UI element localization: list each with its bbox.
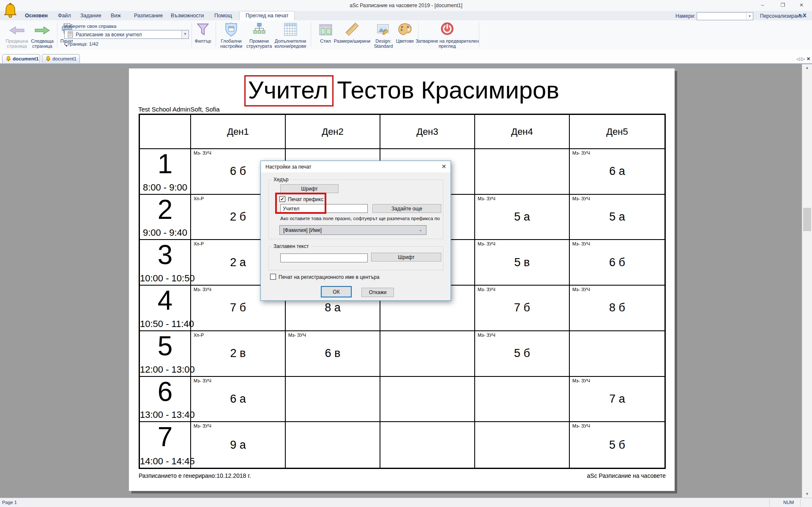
close-button[interactable]: ✕ (797, 1, 806, 9)
ok-button[interactable]: ОК (321, 286, 352, 297)
design-standard-button[interactable]: Design: Standard (372, 38, 395, 49)
minimize-button[interactable]: – (758, 1, 767, 9)
document-tab-label: document1 (13, 56, 38, 61)
title-font-button[interactable]: Шрифт (371, 253, 441, 262)
period-number: 4 (140, 286, 190, 314)
change-structure-button[interactable]: Промени структурата (246, 38, 273, 49)
day-header-1: Ден1 (191, 115, 286, 149)
period-time: 9:00 - 9:40 (140, 227, 190, 238)
lesson-class: 6 а (191, 377, 285, 422)
scroll-down-icon[interactable]: ▼ (802, 491, 812, 498)
report-select-label: Изберете своя справка (64, 24, 117, 29)
personalize-caret-icon[interactable]: ▼ (798, 13, 801, 17)
lesson-class: 2 в (191, 331, 285, 376)
period-time: 13:00 - 13:40 (140, 409, 190, 420)
lesson-cell: Мз- ЗУЧ6 в (286, 331, 380, 377)
tab-close-icon[interactable]: ✕ (807, 56, 810, 62)
lesson-cell: Хп-Р2 в (191, 331, 286, 377)
menu-item-2[interactable]: Файл (58, 13, 71, 19)
maximize-button[interactable]: ❐ (778, 1, 787, 9)
global-settings-button[interactable]: Глобални настройки (219, 38, 244, 49)
menu-item-4[interactable]: Виж (111, 13, 121, 19)
center-name-checkbox[interactable] (270, 274, 276, 280)
extra-columns-icon[interactable] (284, 23, 297, 38)
application-window: aSc Разписание на часовете 2019 - [docum… (0, 0, 812, 507)
period-cell-4: 410:50 - 11:40 (140, 286, 191, 331)
day-header-3: Ден3 (380, 115, 475, 149)
tab-scroll-right-icon[interactable]: ▷ (801, 56, 805, 62)
close-preview-button[interactable]: Затваряне на предварителен преглед (416, 38, 479, 49)
period-cell-2: 29:00 - 9:40 (140, 195, 191, 240)
close-preview-power-icon[interactable] (440, 22, 454, 37)
period-time: 12:00 - 13:00 (140, 364, 190, 375)
filter-button[interactable]: Филтър (192, 38, 213, 44)
menu-item-7[interactable]: Помощ (214, 13, 232, 19)
next-page-icon[interactable] (35, 26, 50, 36)
dialog-title-bar[interactable]: Настройки за печат ✕ (261, 161, 451, 172)
chevron-down-icon[interactable]: ▼ (181, 30, 189, 38)
lesson-cell: Мз- ЗУЧ7 б (475, 286, 570, 331)
scrollbar-thumb[interactable] (803, 208, 811, 231)
personalize-close-icon[interactable]: X (803, 12, 807, 19)
lesson-class: 6 а (570, 149, 664, 194)
menu-item-5[interactable]: Разписание (134, 13, 163, 19)
center-name-label[interactable]: Печат на регистрационното име в центъра (279, 274, 380, 280)
colors-button[interactable]: Цветове (394, 38, 416, 44)
vertical-scrollbar[interactable]: ▲ ▼ (802, 64, 812, 499)
name-format-dropdown[interactable]: [Фамилия] [Име] ⌄ (279, 225, 427, 235)
ruler-icon[interactable] (345, 22, 359, 38)
report-combobox[interactable]: Разписание за всеки учител ▼ (64, 30, 189, 39)
change-structure-icon[interactable] (253, 23, 266, 38)
personalize-menu[interactable]: Персонализиране (760, 13, 803, 19)
tab-scroll-left-icon[interactable]: ◁ (796, 56, 800, 62)
design-icon[interactable] (377, 24, 390, 37)
lesson-cell: Мз- ЗУЧ5 в (475, 240, 570, 286)
ribbon: Предишна страница Следваща страница Печа… (0, 20, 812, 50)
period-number: 3 (140, 241, 190, 269)
find-input[interactable]: ▼ (697, 12, 753, 20)
extra-columns-button[interactable]: Допълнителни колони/редове (273, 38, 308, 49)
period-time: 10:00 - 10:50 (140, 273, 190, 284)
report-combobox-value: Разписание за всеки учител (76, 32, 142, 38)
period-number: 5 (140, 332, 190, 360)
document-tab-2[interactable]: document1 (42, 54, 80, 63)
document-tab-1[interactable]: document1 (2, 54, 40, 63)
title-bar: aSc Разписание на часовете 2019 - [docum… (0, 0, 812, 11)
previous-page-icon[interactable] (9, 26, 25, 36)
lesson-class: 5 в (475, 240, 569, 285)
sizes-widths-button[interactable]: Размери/ширини (330, 38, 375, 44)
lesson-cell: Мз- ЗУЧ8 б (570, 286, 664, 331)
lesson-cell: Мз- ЗУЧ6 а (570, 149, 664, 195)
global-settings-icon[interactable] (225, 22, 238, 38)
period-cell-6: 613:00 - 13:40 (140, 377, 191, 422)
ribbon-tab-row: ОсновенФайлЗаданиеВижРазписаниеВъзможнос… (0, 11, 812, 21)
app-bell-icon[interactable] (4, 2, 17, 20)
menu-item-3[interactable]: Задание (80, 13, 101, 19)
lesson-cell (286, 377, 380, 422)
style-icon[interactable] (319, 24, 332, 37)
define-more-button[interactable]: Задайте още (372, 204, 441, 213)
lesson-cell (380, 377, 475, 422)
chevron-down-icon[interactable]: ⌄ (419, 227, 422, 232)
tab-print-preview[interactable]: Преглед на печат (239, 11, 295, 20)
lesson-cell: Мз- ЗУЧ5 а (475, 195, 570, 240)
lesson-cell (475, 149, 570, 195)
cancel-button[interactable]: Откажи (361, 288, 394, 297)
previous-page-button[interactable]: Предишна страница (3, 38, 31, 49)
title-prefix-highlight: Учител (244, 75, 334, 106)
lesson-class: 7 б (475, 286, 569, 330)
menu-item-1[interactable]: Основен (25, 13, 48, 19)
dialog-close-icon[interactable]: ✕ (441, 163, 446, 170)
header-font-button[interactable]: Шрифт (280, 184, 339, 193)
colors-palette-icon[interactable] (398, 23, 412, 37)
scroll-up-icon[interactable]: ▲ (802, 64, 812, 71)
lesson-class: 6 б (570, 240, 664, 285)
period-time: 8:00 - 9:00 (140, 182, 190, 193)
period-cell-3: 310:00 - 10:50 (140, 240, 191, 286)
menu-item-6[interactable]: Възможности (171, 13, 204, 19)
title-text-input[interactable] (280, 254, 368, 262)
next-page-button[interactable]: Следваща страница (28, 38, 56, 49)
brand-footer: aSc Разписание на часовете (587, 472, 666, 479)
chevron-down-icon[interactable]: ▼ (746, 13, 753, 20)
filter-icon[interactable] (197, 23, 209, 38)
